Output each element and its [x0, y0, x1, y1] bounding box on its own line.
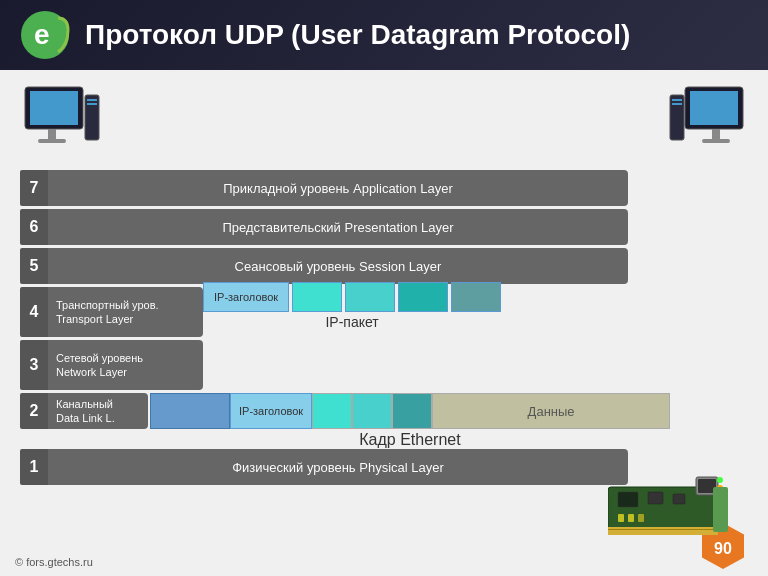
svg-text:90: 90 [714, 540, 732, 557]
layer-number-2: 2 [20, 393, 48, 429]
eth-data-1 [312, 393, 352, 429]
ip-packet-row: IP-заголовок [203, 282, 501, 312]
layer-label-2-line1: Канальный [56, 397, 113, 411]
svg-rect-24 [608, 529, 718, 530]
layer-label-1: Физический уровень Physical Layer [48, 449, 628, 485]
svg-rect-15 [672, 103, 682, 105]
layer-label-4-line1: Транспортный уров. [56, 298, 159, 312]
ip-packet-overlay: IP-заголовок IP-пакет [203, 282, 501, 330]
layer-row-4: 4 Транспортный уров. Transport Layer IP-… [20, 287, 748, 337]
layer-row-3: 3 Сетевой уровень Network Layer [20, 340, 748, 390]
svg-rect-13 [670, 95, 684, 140]
svg-point-27 [717, 477, 723, 483]
ethernet-overlay: IP-заголовок Данные Кадр Ethernet [150, 393, 670, 449]
layer-number-1: 1 [20, 449, 48, 485]
eth-data-2 [352, 393, 392, 429]
svg-rect-4 [48, 129, 56, 139]
eth-header-box: IP-заголовок [230, 393, 312, 429]
right-computer [668, 85, 748, 155]
svg-rect-21 [628, 514, 634, 522]
layer-number-7: 7 [20, 170, 48, 206]
svg-rect-8 [87, 103, 97, 105]
svg-rect-29 [713, 487, 728, 532]
svg-rect-23 [608, 527, 718, 535]
layer-row-7: 7 Прикладной уровень Application Layer [20, 170, 748, 206]
computers-row [20, 80, 748, 160]
ip-packet-label: IP-пакет [325, 314, 378, 330]
layer-row-5: 5 Сеансовый уровень Session Layer [20, 248, 748, 284]
svg-rect-14 [672, 99, 682, 101]
svg-rect-3 [30, 91, 78, 125]
layer-label-3-line1: Сетевой уровень [56, 351, 143, 365]
svg-rect-6 [85, 95, 99, 140]
svg-rect-19 [673, 494, 685, 504]
data-block-3 [398, 282, 448, 312]
svg-rect-12 [702, 139, 730, 143]
layer-label-3-line2: Network Layer [56, 365, 127, 379]
layers-container: 7 Прикладной уровень Application Layer 6… [20, 170, 748, 485]
layer-number-5: 5 [20, 248, 48, 284]
network-card [608, 472, 728, 542]
ethernet-frame-label: Кадр Ethernet [359, 431, 460, 449]
eth-data-wide: Данные [432, 393, 670, 429]
svg-rect-18 [648, 492, 663, 504]
svg-text:e: e [34, 19, 50, 50]
layer-label-7: Прикладной уровень Application Layer [48, 170, 628, 206]
eth-blue-block [150, 393, 230, 429]
svg-rect-22 [638, 514, 644, 522]
svg-rect-10 [690, 91, 738, 125]
layer-number-4: 4 [20, 287, 48, 337]
layer-label-4: Транспортный уров. Transport Layer [48, 287, 203, 337]
svg-rect-11 [712, 129, 720, 139]
logo: e [20, 10, 70, 60]
eth-data-3 [392, 393, 432, 429]
layer-label-2-line2: Data Link L. [56, 411, 115, 425]
left-computer [20, 85, 100, 155]
ip-header-box: IP-заголовок [203, 282, 289, 312]
page-title: Протокол UDP (User Datagram Protocol) [85, 19, 630, 51]
layer-label-5: Сеансовый уровень Session Layer [48, 248, 628, 284]
layer-row-2: 2 Канальный Data Link L. IP-заголовок Да… [20, 393, 748, 429]
footer-copyright: © fors.gtechs.ru [15, 556, 93, 568]
layer-row-6: 6 Представительский Presentation Layer [20, 209, 748, 245]
ethernet-row: IP-заголовок Данные [150, 393, 670, 429]
svg-rect-17 [618, 492, 638, 507]
svg-rect-5 [38, 139, 66, 143]
layer-label-2: Канальный Data Link L. [48, 393, 148, 429]
data-block-4 [451, 282, 501, 312]
layer-number-6: 6 [20, 209, 48, 245]
layer-number-3: 3 [20, 340, 48, 390]
main-content: 7 Прикладной уровень Application Layer 6… [0, 70, 768, 576]
data-block-1 [292, 282, 342, 312]
layer-label-4-line2: Transport Layer [56, 312, 133, 326]
header: e Протокол UDP (User Datagram Protocol) [0, 0, 768, 70]
layer-label-3: Сетевой уровень Network Layer [48, 340, 203, 390]
data-block-2 [345, 282, 395, 312]
svg-rect-7 [87, 99, 97, 101]
layer-label-6: Представительский Presentation Layer [48, 209, 628, 245]
svg-rect-20 [618, 514, 624, 522]
